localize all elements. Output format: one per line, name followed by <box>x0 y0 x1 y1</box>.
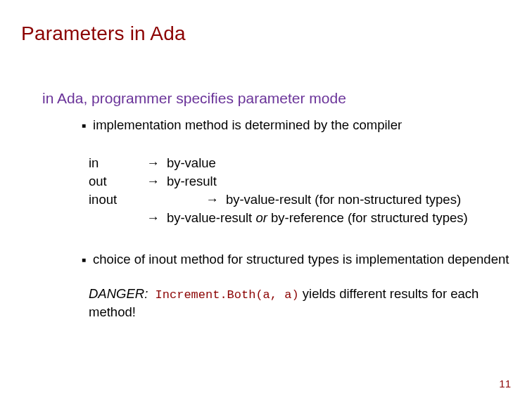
subtitle: in Ada, programmer specifies parameter m… <box>42 90 511 107</box>
map-in-text: by-value <box>167 155 216 170</box>
mode-inout: inout <box>89 192 117 207</box>
bullet-text: choice of inout method for structured ty… <box>93 251 509 269</box>
map-out-text: by-result <box>167 174 217 188</box>
map-inout-struct-b: by-reference (for structured types) <box>267 210 468 225</box>
slide-title: Parameters in Ada <box>21 22 511 45</box>
bullet-text: implementation method is determined by t… <box>93 117 402 134</box>
mode-mapping: in out inout → by-value → by-result → by… <box>89 155 511 226</box>
mode-in: in <box>89 155 117 171</box>
arrow-icon: → <box>146 174 160 188</box>
map-inout-struct: → by-value-result or by-reference (for s… <box>146 210 468 226</box>
page-number: 11 <box>499 378 511 390</box>
bullet-square-icon: ■ <box>82 255 86 273</box>
arrow-icon: → <box>146 155 160 170</box>
bullet-item: ■ choice of inout method for structured … <box>82 251 511 269</box>
map-out: → by-result <box>146 174 468 189</box>
slide: Parameters in Ada in Ada, programmer spe… <box>0 0 532 405</box>
arrow-icon: → <box>205 192 219 207</box>
danger-code: Increment.Both(a, a) <box>156 288 299 302</box>
map-inout-struct-a: by-value-result <box>167 210 255 225</box>
map-inout-nonstruct-text: by-value-result (for non-structured type… <box>226 192 461 207</box>
danger-label: DANGER: <box>89 286 148 301</box>
mode-mapping-column: → by-value → by-result → by-value-result… <box>146 155 468 226</box>
bullet-square-icon: ■ <box>82 121 86 139</box>
mode-names-column: in out inout <box>89 155 117 226</box>
danger-note: DANGER: Increment.Both(a, a) yields diff… <box>89 285 511 321</box>
map-inout-nonstruct: → by-value-result (for non-structured ty… <box>146 192 468 207</box>
map-inout-or: or <box>255 210 267 225</box>
bullet-list: ■ choice of inout method for structured … <box>82 251 511 269</box>
bullet-list: ■ implementation method is determined by… <box>82 117 511 134</box>
bullet-item: ■ implementation method is determined by… <box>82 117 511 134</box>
mode-out: out <box>89 174 117 189</box>
arrow-icon: → <box>146 210 160 225</box>
map-in: → by-value <box>146 155 468 171</box>
